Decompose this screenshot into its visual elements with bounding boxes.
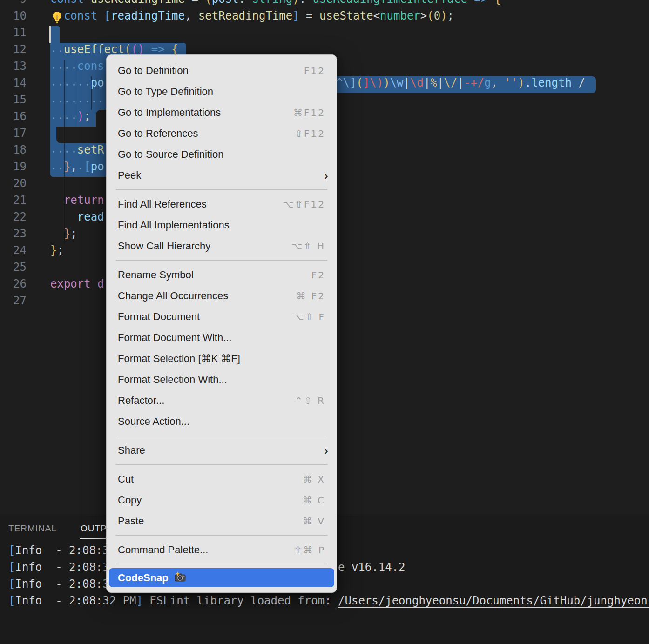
menu-item-label: Peek [118, 169, 324, 181]
code-token [165, 43, 171, 56]
log-line: e v16.14.2 [338, 561, 406, 577]
menu-item-share[interactable]: Share› [107, 440, 337, 461]
code-token: < [373, 9, 380, 22]
menu-item-label: Cut [118, 473, 303, 485]
code-line: ); [50, 110, 91, 127]
menu-item-label: Find All Implementations [118, 219, 325, 231]
menu-item-go-to-type-definition[interactable]: Go to Type Definition [107, 81, 337, 102]
code-token: useState [319, 9, 373, 22]
code-token: ; [57, 244, 63, 257]
code-token: ) [440, 9, 447, 22]
menu-item-go-to-definition[interactable]: Go to DefinitionF12 [107, 60, 337, 81]
menu-separator [116, 436, 327, 436]
log-file-link[interactable]: /Users/jeonghyeonsu/Documents/GitHub/jun… [338, 594, 649, 607]
menu-item-find-all-implementations[interactable]: Find All Implementations [107, 215, 337, 235]
menu-item-source-action[interactable]: Source Action... [107, 411, 337, 432]
code-token: \w [390, 76, 404, 89]
code-token [50, 210, 77, 223]
code-token: | [437, 76, 444, 89]
code-token: ( [205, 0, 211, 6]
menu-item-cut[interactable]: Cut⌘ X [107, 469, 337, 490]
code-token: ( [356, 76, 363, 89]
menu-item-format-selection-k-f[interactable]: Format Selection [⌘K ⌘F] [107, 348, 337, 369]
menu-item-label: Source Action... [118, 416, 325, 428]
log-line: [Info - 2:08:3 [8, 561, 109, 577]
line-number: 21 [0, 194, 27, 210]
menu-item-go-to-implementations[interactable]: Go to Implementations⌘F12 [107, 102, 337, 123]
code-token: \d [410, 76, 424, 89]
menu-shortcut: F12 [304, 65, 325, 76]
menu-separator [116, 535, 327, 536]
whitespace-dot [73, 101, 75, 102]
line-number: 22 [0, 210, 27, 227]
code-token: ] [363, 76, 370, 89]
log-text: e v16.14.2 [338, 561, 406, 574]
code-token: g [484, 76, 491, 89]
code-token: : [239, 0, 252, 6]
log-text: ] [136, 594, 143, 607]
code-token: setReadingTime [198, 9, 292, 22]
menu-item-copy[interactable]: Copy⌘ C [107, 490, 337, 510]
code-token: . [525, 76, 531, 89]
code-token: readingTime [111, 9, 185, 22]
menu-item-refactor[interactable]: Refactor...⌃⇧ R [107, 390, 337, 411]
menu-item-peek[interactable]: Peek› [107, 165, 337, 186]
menu-item-label: Find All References [118, 198, 283, 210]
menu-item-go-to-source-definition[interactable]: Go to Source Definition [107, 144, 337, 165]
code-token: { [494, 0, 501, 6]
menu-item-format-document[interactable]: Format Document⌥⇧ F [107, 306, 337, 327]
menu-shortcut: ⌥⇧ F [293, 311, 325, 322]
menu-item-label: Refactor... [118, 395, 295, 407]
menu-item-codesnap[interactable]: CodeSnap [109, 568, 334, 587]
menu-item-label: Format Selection With... [118, 374, 325, 386]
code-token: } [64, 227, 70, 240]
menu-shortcut: F2 [311, 269, 325, 281]
log-text: [ [8, 577, 15, 590]
menu-item-label: Format Selection [⌘K ⌘F] [118, 353, 325, 365]
menu-item-show-call-hierarchy[interactable]: Show Call Hierarchy⌥⇧ H [107, 235, 337, 256]
code-token: post [212, 0, 239, 6]
code-token: { [171, 43, 178, 56]
code-token [50, 76, 91, 89]
code-token: = [299, 9, 319, 22]
whitespace-dot [93, 101, 95, 102]
panel-tab-terminal[interactable]: TERMINAL [8, 523, 57, 534]
menu-item-format-selection-with[interactable]: Format Selection With... [107, 369, 337, 390]
menu-item-label: Format Document [118, 311, 293, 323]
menu-item-go-to-references[interactable]: Go to References⇧F12 [107, 123, 337, 144]
menu-shortcut: ⌥⇧ H [291, 241, 325, 252]
code-token [50, 110, 77, 123]
menu-item-label: Share [118, 444, 324, 456]
code-token [50, 194, 64, 207]
menu-separator [116, 464, 327, 465]
menu-item-label: Copy [118, 494, 303, 506]
code-token: useReadingTime [91, 0, 185, 6]
menu-item-rename-symbol[interactable]: Rename SymbolF2 [107, 264, 337, 285]
context-menu: Go to DefinitionF12Go to Type Definition… [106, 54, 337, 593]
log-line: [Info - 2:08:3 [8, 544, 109, 561]
menu-item-format-document-with[interactable]: Format Document With... [107, 327, 337, 348]
log-text: ESLint library loaded from: [143, 594, 338, 607]
text-selection [50, 26, 60, 43]
line-number: 10 [0, 9, 27, 26]
log-line: [Info - 2:08:32 PM] ESLint library loade… [8, 594, 649, 611]
line-number: 27 [0, 294, 27, 311]
code-token: () [131, 43, 144, 56]
menu-item-change-all-occurrences[interactable]: Change All Occurrences⌘ F2 [107, 285, 337, 306]
code-line: read [50, 210, 104, 227]
code-token: const [64, 9, 104, 22]
code-token: length [531, 76, 572, 89]
quick-fix-lightbulb-icon[interactable] [51, 11, 63, 26]
menu-item-find-all-references[interactable]: Find All References⌥⇧F12 [107, 194, 337, 215]
menu-item-command-palette[interactable]: Command Palette...⇧⌘ P [107, 539, 337, 560]
text-cursor [49, 26, 51, 43]
line-number: 25 [0, 261, 27, 277]
line-number: 11 [0, 26, 27, 43]
whitespace-dot [60, 101, 61, 102]
line-number: 9 [0, 0, 27, 9]
log-text: Info - 2:08:3 [15, 544, 109, 557]
code-token: , [491, 76, 504, 89]
log-line: [Info - 2:08:3 [8, 577, 109, 594]
menu-item-paste[interactable]: Paste⌘ V [107, 510, 337, 531]
code-token: useEffect [64, 43, 124, 56]
